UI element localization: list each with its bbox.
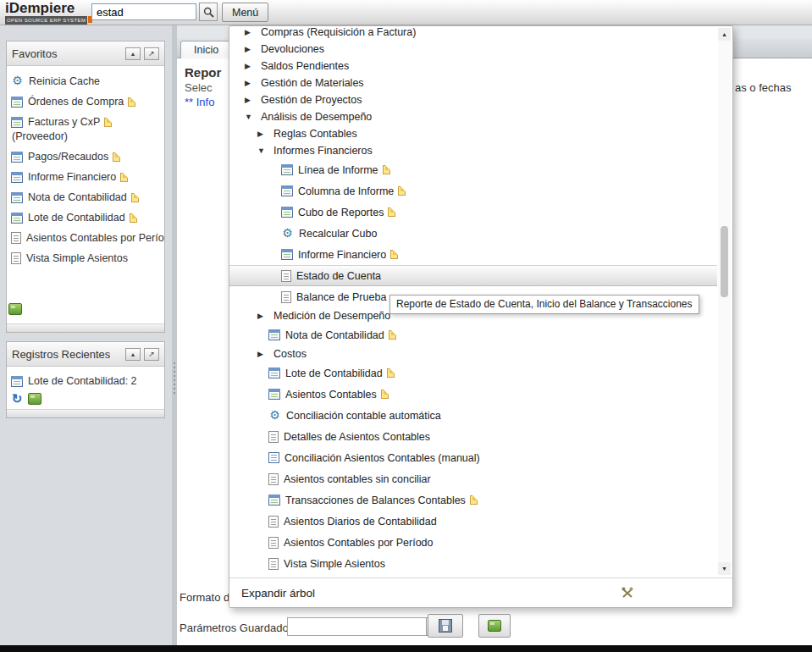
menu-item-label: Transacciones de Balances Contables [285, 495, 466, 506]
new-record-icon[interactable] [131, 193, 139, 202]
menu-item[interactable]: Conciliación contable automática [229, 405, 717, 426]
menu-item[interactable]: Vista Simple Asientos [229, 553, 717, 574]
menu-item[interactable]: Asientos contables sin conciliar [229, 468, 717, 489]
menu-item[interactable]: ▶Gestión de Materiales [229, 75, 717, 91]
tree-collapsed-icon[interactable]: ▶ [257, 350, 269, 358]
tree-collapsed-icon[interactable]: ▶ [245, 96, 257, 104]
sidebar-item[interactable]: Pagos/Recaudos [10, 146, 161, 167]
new-record-icon[interactable] [389, 330, 396, 340]
sidebar-item-row: Vista Simple Asientos [11, 252, 160, 264]
save-icon [439, 619, 452, 633]
tree-collapsed-icon[interactable]: ▶ [245, 45, 257, 53]
export-params-button[interactable] [478, 614, 511, 638]
sidebar-item[interactable]: Informe Financiero [10, 167, 161, 187]
sidebar-item-label-2: (Proveedor) [12, 130, 160, 142]
menu-item[interactable]: ▶Compras (Requisición a Factura) [229, 26, 717, 41]
sidebar-item[interactable]: Nota de Contabilidad [10, 187, 161, 207]
menu-item-label: Lote de Contabilidad [285, 367, 383, 379]
tab-inicio[interactable]: Inicio [180, 41, 232, 58]
green-box-icon[interactable] [28, 393, 41, 405]
sidebar-item[interactable]: Facturas y CxP(Proveedor) [10, 112, 161, 146]
new-record-icon[interactable] [113, 152, 120, 162]
menu-item[interactable]: ▶Costos [229, 345, 717, 362]
sidebar-item[interactable]: Asientos Contables por Período [10, 228, 161, 248]
sidebar-item[interactable]: Órdenes de Compra [10, 91, 161, 112]
global-search-input[interactable] [91, 3, 196, 20]
menu-item[interactable]: Línea de Informe [229, 159, 717, 180]
menu-item[interactable]: ▶Devoluciones [229, 41, 717, 58]
sidebar-item[interactable]: Vista Simple Asientos [10, 248, 161, 268]
new-record-icon[interactable] [120, 173, 128, 182]
menu-item[interactable]: Transacciones de Balances Contables [229, 489, 717, 511]
report-icon [281, 291, 291, 303]
menu-item[interactable]: Asientos Contables [229, 384, 717, 405]
saved-params-input[interactable] [287, 617, 426, 636]
favorites-panel-footer [7, 323, 164, 332]
new-record-icon[interactable] [381, 390, 389, 399]
menu-item[interactable]: ▼Informes Financieros [229, 142, 717, 159]
tree-collapsed-icon[interactable]: ▶ [245, 62, 257, 70]
window-icon [11, 376, 23, 387]
menu-item-label: Vista Simple Asientos [284, 558, 385, 570]
collapse-panel-button[interactable] [125, 348, 141, 361]
tree-collapsed-icon[interactable]: ▶ [245, 79, 257, 87]
tree-expanded-icon[interactable]: ▼ [257, 146, 269, 155]
new-record-icon[interactable] [398, 186, 406, 196]
sidebar-item[interactable]: Lote de Contabilidad [10, 207, 161, 228]
menu-item[interactable]: ▼Análisis de Desempeño [229, 108, 717, 125]
tree-collapsed-icon[interactable]: ▶ [245, 28, 257, 36]
menu-item[interactable]: Asientos Diarios de Contabilidad [229, 511, 717, 532]
sidebar-item[interactable]: Lote de Contabilidad: 2 [10, 371, 161, 390]
new-record-icon[interactable] [470, 495, 478, 505]
new-record-icon[interactable] [387, 368, 395, 378]
favorites-drop-target[interactable] [8, 303, 163, 318]
menu-item[interactable]: Informe Financiero [229, 244, 717, 265]
window-icon [268, 495, 280, 506]
recent-panel-header: Registros Recientes [7, 342, 164, 367]
scroll-up-icon[interactable] [718, 28, 731, 41]
menu-item[interactable]: Lote de Contabilidad [229, 362, 717, 384]
expand-tree-label[interactable]: Expandir árbol [241, 587, 315, 600]
new-record-icon[interactable] [104, 118, 112, 127]
tree-expanded-icon[interactable]: ▼ [245, 113, 257, 121]
new-record-icon[interactable] [130, 213, 137, 223]
new-record-icon[interactable] [383, 165, 390, 174]
detach-panel-button[interactable] [144, 47, 159, 60]
new-record-icon[interactable] [388, 207, 395, 217]
menu-item[interactable]: ▶Reglas Contables [229, 125, 717, 142]
menu-item[interactable]: Recalcular Cubo [229, 223, 717, 244]
app-subtitle: Open Source ERP System [5, 16, 87, 25]
sidebar-item[interactable]: Reinicia Cache [10, 70, 161, 91]
tree-collapsed-icon[interactable]: ▶ [257, 130, 269, 138]
tree-tools-button[interactable] [621, 586, 634, 602]
sidebar-item-row: Informe Financiero [11, 171, 160, 183]
menu-item[interactable]: Detalles de Asientos Contables [229, 426, 717, 447]
new-record-icon[interactable] [390, 250, 398, 259]
menu-item[interactable]: Nota de Contabilidad [229, 324, 717, 345]
new-record-icon[interactable] [128, 97, 135, 107]
scroll-down-icon[interactable] [718, 562, 731, 575]
green-box-icon [488, 620, 501, 632]
menu-item[interactable]: Columna de Informe [229, 180, 717, 202]
menu-item[interactable]: Asientos Contables por Período [229, 532, 717, 553]
popup-scrollbar[interactable] [718, 28, 731, 575]
menu-button[interactable]: Menú [222, 3, 268, 22]
menu-item[interactable]: Conciliación Asientos Contables (manual) [229, 447, 717, 468]
report-heading: Repor [185, 65, 221, 80]
left-sidebar: Favoritos Reinicia CacheÓrdenes de Compr… [0, 25, 172, 645]
menu-item[interactable]: ▶Saldos Pendientes [229, 58, 717, 75]
menu-item[interactable]: Estado de Cuenta [229, 265, 717, 286]
search-button[interactable] [199, 3, 218, 21]
report-icon [281, 270, 291, 282]
menu-item-label: Devoluciones [261, 43, 324, 55]
menu-button-label: Menú [232, 7, 258, 19]
detach-panel-button[interactable] [144, 348, 159, 361]
menu-item[interactable]: ▶Gestión de Proyectos [229, 91, 717, 108]
collapse-panel-button[interactable] [125, 47, 141, 60]
menu-item[interactable]: Cubo de Reportes [229, 202, 717, 223]
save-params-button[interactable] [428, 614, 463, 638]
scrollbar-thumb[interactable] [721, 226, 728, 297]
info-link[interactable]: ** Info [185, 96, 214, 108]
refresh-icon[interactable] [10, 392, 24, 406]
tree-collapsed-icon[interactable]: ▶ [257, 312, 269, 320]
